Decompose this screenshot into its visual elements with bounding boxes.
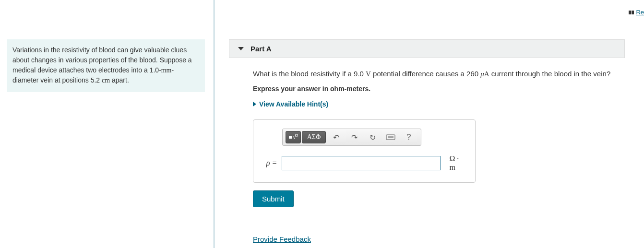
- review-label: Re: [636, 9, 644, 16]
- svg-rect-3: [386, 135, 395, 140]
- review-link[interactable]: Re: [629, 9, 644, 16]
- answer-instruction: Express your answer in ohm-meters.: [253, 85, 625, 93]
- provide-feedback-link[interactable]: Provide Feedback: [253, 235, 311, 243]
- problem-panel: Variations in the resistivity of blood c…: [0, 0, 214, 248]
- view-hints-link[interactable]: View Available Hint(s): [253, 100, 328, 108]
- greek-button[interactable]: ΑΣΦ: [302, 131, 326, 143]
- part-header[interactable]: Part A: [229, 39, 625, 58]
- columns-icon: [629, 11, 634, 14]
- equation-toolbar: √ ΑΣΦ ↶ ↷ ↻ ?: [282, 129, 421, 146]
- submit-button[interactable]: Submit: [253, 190, 294, 207]
- template-button[interactable]: √: [286, 131, 301, 143]
- answer-input[interactable]: [282, 156, 441, 170]
- answer-box: √ ΑΣΦ ↶ ↷ ↻ ? ρ = Ω · m: [253, 119, 476, 183]
- problem-text: Variations in the resistivity of blood c…: [12, 46, 192, 84]
- help-button[interactable]: ?: [400, 131, 418, 143]
- undo-button[interactable]: ↶: [327, 131, 345, 143]
- svg-rect-0: [289, 136, 292, 139]
- part-title: Part A: [250, 45, 272, 53]
- keyboard-button[interactable]: [382, 131, 400, 143]
- answer-panel: Part A What is the blood resistivity if …: [215, 0, 644, 248]
- svg-rect-2: [296, 134, 298, 136]
- unit-label: Ω · m: [449, 154, 466, 172]
- problem-statement: Variations in the resistivity of blood c…: [7, 39, 205, 92]
- caret-down-icon: [238, 47, 244, 50]
- variable-label: ρ =: [262, 159, 277, 167]
- caret-right-icon: [253, 102, 256, 106]
- hints-label: View Available Hint(s): [259, 100, 328, 108]
- redo-button[interactable]: ↷: [345, 131, 363, 143]
- reset-button[interactable]: ↻: [363, 131, 382, 143]
- question-text: What is the blood resistivity if a 9.0 V…: [253, 70, 625, 78]
